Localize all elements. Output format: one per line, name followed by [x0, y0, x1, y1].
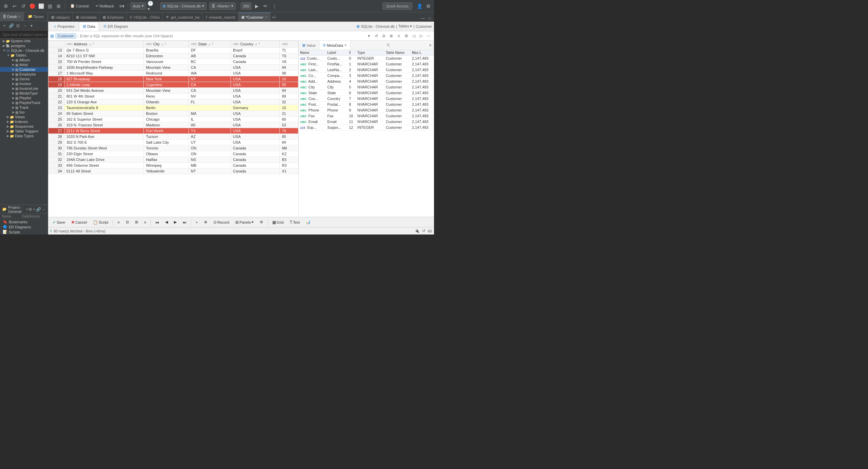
- table-row[interactable]: 19 1 Infinite Loop Cupertino CA USA 95: [48, 82, 298, 88]
- add-project-icon[interactable]: +: [33, 207, 35, 212]
- refresh-icon[interactable]: ↺: [373, 33, 380, 39]
- tree-genre[interactable]: ▶ ▦ Genre: [0, 77, 48, 81]
- meta-tab-metadata[interactable]: ⊞ MetaData ✕: [319, 41, 351, 50]
- meta-close-icon[interactable]: ✕: [344, 43, 347, 47]
- cell-address[interactable]: 319 N. Frances Street: [64, 122, 144, 128]
- table-row[interactable]: 31 230 Elgin Street Ottawa ON Canada K2: [48, 151, 298, 157]
- table-row[interactable]: 22 120 S Orange Ave Orlando FL USA 32: [48, 99, 298, 105]
- cell-address[interactable]: 302 S 700 E: [64, 140, 144, 145]
- cell-extra[interactable]: 95: [280, 82, 298, 88]
- cell-country[interactable]: Brazil: [231, 47, 280, 53]
- cell-city[interactable]: Mountain View: [144, 65, 189, 70]
- project-item-er-diagrams[interactable]: 🔷 ER Diagrams: [0, 224, 48, 229]
- nav-last-button[interactable]: ⏭: [180, 219, 189, 225]
- rollback-button[interactable]: ↩ Rollback: [93, 2, 117, 10]
- sort-icon[interactable]: ?: [164, 42, 166, 46]
- sort-icon[interactable]: ?: [258, 42, 260, 46]
- col-state-header[interactable]: ABC State ⊿ ?: [189, 41, 231, 47]
- meta-tab-value[interactable]: ▣ Value: [299, 41, 319, 50]
- tree-playlist[interactable]: ▶ ▦ Playlist: [0, 96, 48, 100]
- settings-icon[interactable]: ⚙: [425, 2, 432, 10]
- tree-album[interactable]: ▶ ▦ Album: [0, 58, 48, 62]
- nav-project-icon[interactable]: →: [42, 207, 46, 212]
- sub-tab-data[interactable]: ▦ Data: [79, 22, 99, 31]
- rows-icon4[interactable]: ≡: [142, 219, 149, 225]
- icon4[interactable]: 🔴: [28, 2, 36, 10]
- cell-city[interactable]: Yellowknife: [144, 168, 189, 174]
- cell-extra[interactable]: X1: [280, 168, 298, 174]
- icon1[interactable]: ⚙: [2, 2, 9, 10]
- cell-country[interactable]: USA: [231, 128, 280, 134]
- cell-city[interactable]: Boston: [144, 111, 189, 117]
- col-city-header[interactable]: ABC City ⊿ ?: [144, 41, 189, 47]
- table-row[interactable]: 34 5112 48 Street Yellowknife NT Canada …: [48, 168, 298, 174]
- cell-extra[interactable]: 71: [280, 47, 298, 53]
- cell-city[interactable]: Salt Lake City: [144, 140, 189, 145]
- metadata-row[interactable]: ABC Email Email 11 NVARCHAR Customer 2,1…: [299, 119, 434, 125]
- cell-extra[interactable]: B3: [280, 157, 298, 163]
- icon3[interactable]: ↺: [20, 2, 27, 10]
- table-row[interactable]: 14 8210 111 ST NW Edmonton AB Canada T6: [48, 53, 298, 59]
- cell-state[interactable]: NV: [189, 94, 231, 99]
- tree-data-types[interactable]: ▶ 📁 Data Types: [0, 134, 48, 138]
- icon5[interactable]: ⬜: [37, 2, 45, 10]
- sidebar-search-input[interactable]: [0, 30, 48, 39]
- cell-city[interactable]: Toronto: [144, 145, 189, 151]
- format-icon[interactable]: ≡▾: [118, 2, 125, 10]
- cell-city[interactable]: New York: [144, 76, 189, 82]
- cell-extra[interactable]: V6: [280, 59, 298, 65]
- metadata-row[interactable]: ABC First... FirstNa... 1 NVARCHAR Custo…: [299, 61, 434, 67]
- cell-extra[interactable]: 89: [280, 94, 298, 99]
- cell-city[interactable]: Ottawa: [144, 151, 189, 157]
- tree-invoice[interactable]: ▶ ▦ Invoice: [0, 81, 48, 86]
- cell-country[interactable]: Canada: [231, 168, 280, 174]
- cell-extra[interactable]: 10: [280, 76, 298, 82]
- cell-state[interactable]: MB: [189, 163, 231, 168]
- stop-icon[interactable]: ✏: [262, 2, 269, 10]
- tab-customer[interactable]: ▦ *Customer ✕: [238, 13, 271, 21]
- cell-state[interactable]: NS: [189, 157, 231, 163]
- cell-city[interactable]: Cupertino: [144, 82, 189, 88]
- project-item-scripts[interactable]: 📝 Scripts: [0, 229, 48, 234]
- cell-extra[interactable]: 98: [280, 70, 298, 76]
- cell-country[interactable]: USA: [231, 65, 280, 70]
- cell-address[interactable]: 1033 N Park Ave: [64, 134, 144, 140]
- table-row[interactable]: 28 1033 N Park Ave Tucson AZ USA 85: [48, 134, 298, 140]
- cell-address[interactable]: 8210 111 ST NW: [64, 53, 144, 59]
- tree-tables[interactable]: ▼ 📁 Tables: [0, 53, 48, 58]
- grid-button[interactable]: ▦ Grid: [270, 219, 286, 226]
- cell-city[interactable]: Edmonton: [144, 53, 189, 59]
- filter-icon3[interactable]: ≡: [395, 33, 402, 39]
- tree-indexes[interactable]: ▶ 📁 Indexes: [0, 119, 48, 124]
- cell-state[interactable]: ON: [189, 145, 231, 151]
- metadata-row[interactable]: ABC Post... Postal... 8 NVARCHAR Custome…: [299, 102, 434, 107]
- table-row[interactable]: 13 Qe 7 Bloco G Brasília DF Brazil 71: [48, 47, 298, 53]
- data-grid-container[interactable]: ABC Address ⊿ ? ABC City ⊿: [48, 41, 298, 217]
- cell-city[interactable]: Mountain View: [144, 88, 189, 94]
- cell-country[interactable]: USA: [231, 140, 280, 145]
- limit-input[interactable]: 200: [241, 2, 252, 10]
- cell-address[interactable]: 1 Infinite Loop: [64, 82, 144, 88]
- cell-address[interactable]: 696 Osborne Street: [64, 163, 144, 168]
- filter-icon[interactable]: ⊟: [15, 23, 21, 29]
- cell-country[interactable]: USA: [231, 117, 280, 122]
- cell-address[interactable]: 801 W 4th Street: [64, 94, 144, 99]
- filter-icon1[interactable]: ⊘: [380, 33, 387, 39]
- metadata-row[interactable]: 123 Sup... Suppo... 12 INTEGER Customer …: [299, 125, 434, 130]
- table-row[interactable]: 26 319 N. Frances Street Madison WI USA …: [48, 122, 298, 128]
- cell-state[interactable]: AB: [189, 53, 231, 59]
- cell-country[interactable]: USA: [231, 82, 280, 88]
- cell-extra[interactable]: 94: [280, 88, 298, 94]
- meta-collapse-icon[interactable]: ✕: [427, 41, 434, 50]
- table-row[interactable]: 15 700 W Pender Street Vancouver BC Cana…: [48, 59, 298, 65]
- cell-country[interactable]: Canada: [231, 151, 280, 157]
- filter-icon[interactable]: ⊿: [88, 42, 91, 46]
- filter-icon[interactable]: ⊿: [254, 42, 257, 46]
- cell-state[interactable]: [189, 105, 231, 111]
- cell-city[interactable]: Vancouver: [144, 59, 189, 65]
- user-icon[interactable]: 👤: [416, 2, 423, 10]
- cell-extra[interactable]: 32: [280, 99, 298, 105]
- dropdown-icon[interactable]: ▾: [366, 33, 372, 39]
- cell-state[interactable]: NY: [189, 76, 231, 82]
- cell-state[interactable]: TX: [189, 128, 231, 134]
